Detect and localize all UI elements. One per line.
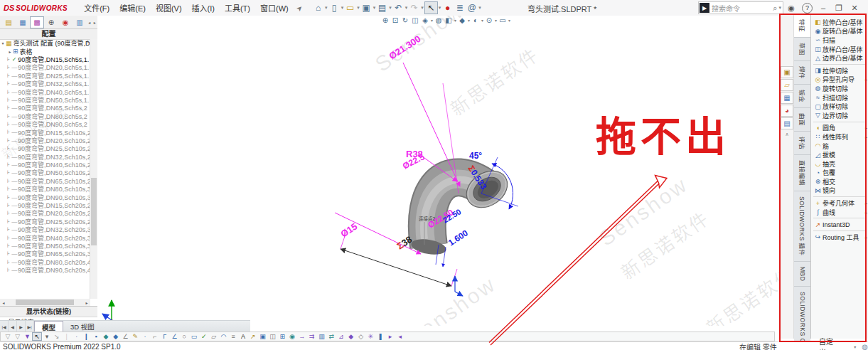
- zoom-fit-icon[interactable]: ⊕: [380, 16, 390, 24]
- filter-toolbar-icon[interactable]: ↗: [248, 333, 258, 340]
- filter-toolbar-icon[interactable]: ∠: [121, 333, 131, 340]
- propertymanager-tab[interactable]: ▦: [16, 16, 30, 28]
- section-view-icon[interactable]: ◫: [410, 16, 420, 24]
- tree-horizontal-scrollbar[interactable]: ◂ ▸: [0, 299, 90, 306]
- feature-command-item[interactable]: ◨ 拉伸切除: [811, 66, 868, 75]
- configuration-item[interactable]: ⊦ — 90度弯管,DN20,Sch20s,2: [0, 209, 90, 217]
- filter-toolbar-icon[interactable]: ❚: [375, 333, 385, 340]
- connection-point-label[interactable]: 连接点2: [419, 216, 436, 222]
- dropdown-caret-icon[interactable]: ▾: [478, 5, 481, 11]
- feature-command-item[interactable]: ◠ 筋: [811, 142, 868, 151]
- configuration-item[interactable]: ⊦ — 90度弯管,DN40,Sch20s,3: [0, 233, 90, 241]
- configuration-item[interactable]: ⊦ — 90度弯管,DN40,Sch10s,2: [0, 161, 90, 169]
- configuration-item[interactable]: ⊦ — 90度弯管,DN80,Sch5s,2: [0, 112, 90, 120]
- dropdown-caret-icon[interactable]: ▾: [389, 5, 392, 11]
- commandmanager-tab-MBD[interactable]: MBD: [794, 262, 810, 287]
- apply-scene-icon[interactable]: ◧: [444, 16, 454, 24]
- configuration-item[interactable]: ⊦ — 90度弯管,DN32,Sch5s,1.: [0, 80, 90, 88]
- menu-文件(F)[interactable]: 文件(F): [79, 1, 114, 15]
- dropdown-caret-icon[interactable]: ▾: [421, 5, 424, 11]
- view-settings-icon[interactable]: ▭: [498, 16, 508, 24]
- commandmanager-tab-焊件[interactable]: 焊件: [794, 61, 810, 85]
- database-icon[interactable]: ≣: [454, 2, 466, 14]
- dropdown-caret-icon[interactable]: ▾: [508, 18, 510, 23]
- menu-视图(V)[interactable]: 视图(V): [151, 1, 187, 15]
- filter-toolbar-icon[interactable]: ▽: [3, 333, 13, 340]
- taskpane-collapse-icon[interactable]: ∧: [785, 132, 788, 137]
- dropdown-caret-icon[interactable]: ▾: [341, 5, 344, 11]
- configuration-item[interactable]: ⊦ — 90度弯管,DN90,Sch10s,3: [0, 193, 90, 201]
- feature-command-item[interactable]: ↗ Instant3D: [811, 220, 868, 229]
- filter-toolbar-icon[interactable]: ◇: [356, 333, 366, 340]
- home-icon[interactable]: ⌂: [312, 2, 324, 14]
- configurationmanager-tab[interactable]: ▩: [30, 16, 44, 28]
- elbow-3d-model[interactable]: [410, 164, 515, 258]
- filter-toolbar-icon[interactable]: ◆: [346, 333, 356, 340]
- featuremanager-tab[interactable]: ▤: [1, 16, 16, 28]
- save-icon[interactable]: ▣: [360, 2, 373, 14]
- configuration-item[interactable]: ⊦ — 90度弯管,DN80,Sch20s,4: [0, 258, 90, 266]
- commandmanager-tab-钣金[interactable]: 钣金: [794, 85, 810, 108]
- commandmanager-tab-SOLIDWORKS 插件[interactable]: SOLIDWORKS 插件: [794, 191, 810, 261]
- close-button[interactable]: ✕: [847, 4, 862, 13]
- filter-toolbar-icon[interactable]: ·: [140, 333, 150, 340]
- dropdown-caret-icon[interactable]: ▾: [495, 18, 497, 23]
- configuration-item[interactable]: ⊦ — 90度弯管,DN15,Sch10s,2: [0, 128, 90, 136]
- filter-toolbar-icon[interactable]: ✳: [365, 333, 375, 340]
- commandmanager-tab-特征[interactable]: 特征: [794, 14, 810, 38]
- feature-command-item[interactable]: ◖ 圆角 ▸: [811, 124, 868, 133]
- tab-scroll-left-icon[interactable]: ◂: [87, 20, 92, 25]
- configuration-item[interactable]: ⊦ — 90度弯管,DN25,Sch20s,2: [0, 218, 90, 226]
- configuration-item[interactable]: ⊦ ✓ 90度弯管,DN15,Sch5s,1.: [0, 55, 90, 63]
- feature-command-item[interactable]: ▢ 放样切除: [811, 102, 868, 111]
- menu-窗口(W)[interactable]: 窗口(W): [255, 1, 294, 15]
- filter-toolbar-icon[interactable]: ▽: [13, 333, 23, 340]
- scroll-left-icon[interactable]: ◂: [0, 300, 7, 305]
- feature-command-item[interactable]: ◔ 包覆: [811, 169, 868, 178]
- scrollbar-thumb[interactable]: [91, 178, 97, 245]
- dropdown-caret-icon[interactable]: ▾: [481, 18, 483, 23]
- configuration-item[interactable]: ⊦ — 90度弯管,DN20,Sch5s,1.: [0, 63, 90, 71]
- feature-command-item[interactable]: ◿ 拔模: [811, 150, 868, 159]
- filter-toolbar-icon[interactable]: ∙: [72, 333, 82, 340]
- configuration-item[interactable]: ⊦ — 90度弯管,DN65,Sch10s,2: [0, 177, 90, 185]
- dropdown-caret-icon[interactable]: ▾: [439, 5, 441, 11]
- search-dropdown-icon[interactable]: ▾: [778, 5, 781, 11]
- filter-toolbar-icon[interactable]: ◠: [219, 333, 229, 340]
- filter-toolbar-icon[interactable]: ▪: [91, 333, 101, 340]
- displaymanager-tab[interactable]: ◉: [58, 16, 73, 28]
- dimension-1-600[interactable]: 1.600: [446, 228, 470, 248]
- filter-toolbar-icon[interactable]: ✎: [130, 333, 140, 340]
- tree-root-row[interactable]: ▾ ▦ 弯头测试 配置 (90度弯管,DN15, ∧: [0, 39, 90, 47]
- filter-toolbar-icon[interactable]: ⌐: [150, 333, 160, 340]
- appearances-icon[interactable]: ◕: [781, 105, 793, 117]
- dimxpertmanager-tab[interactable]: ⊕: [44, 16, 58, 28]
- at-options-icon[interactable]: @: [466, 2, 478, 14]
- scrollbar-thumb[interactable]: [16, 299, 74, 305]
- dimension-diameter-15[interactable]: Ø15: [338, 221, 359, 240]
- tree-tables-row[interactable]: ▸ ⊞ 表格: [0, 47, 90, 55]
- restore-button[interactable]: ❐: [831, 4, 847, 13]
- feature-command-item[interactable]: ◉ 旋转凸台/基体: [811, 27, 868, 36]
- dropdown-caret-icon[interactable]: ▾: [405, 5, 408, 11]
- dropdown-caret-icon[interactable]: ▾: [373, 5, 376, 11]
- commandmanager-tab-SOLIDWORKS CAM[interactable]: SOLIDWORKS CAM: [794, 287, 810, 350]
- commandmanager-tab-曲面[interactable]: 曲面: [794, 108, 810, 132]
- tab-nav-button[interactable]: ▶|: [26, 321, 34, 332]
- configuration-item[interactable]: ⊦ — 90度弯管,DN15,Sch20s,2: [0, 201, 90, 209]
- filter-toolbar-icon[interactable]: ▱: [209, 333, 219, 340]
- hide-show-items-icon[interactable]: ◈: [420, 16, 430, 24]
- file-explorer-icon[interactable]: ▱: [781, 79, 793, 91]
- configuration-item[interactable]: ⊦ — 90度弯管,DN65,Sch20s,3: [0, 250, 90, 258]
- configuration-item[interactable]: ⊦ — 90度弯管,DN40,Sch5s,1.: [0, 88, 90, 95]
- help-icon[interactable]: ?: [802, 3, 813, 14]
- status-customize-label[interactable]: 自定义: [819, 336, 838, 350]
- filter-toolbar-icon[interactable]: ◉: [287, 333, 297, 340]
- select-arrow-icon[interactable]: ↖: [424, 1, 438, 14]
- customize-dropdown-icon[interactable]: ▾: [854, 344, 856, 349]
- filter-toolbar-icon[interactable]: →: [297, 333, 307, 340]
- feature-command-item[interactable]: ▽ 边界切除: [811, 111, 868, 120]
- tab-nav-button[interactable]: |◀: [0, 321, 9, 332]
- configuration-item[interactable]: ⊦ — 90度弯管,DN50,Sch10s,2: [0, 169, 90, 176]
- filter-toolbar-icon[interactable]: ✓: [199, 333, 209, 340]
